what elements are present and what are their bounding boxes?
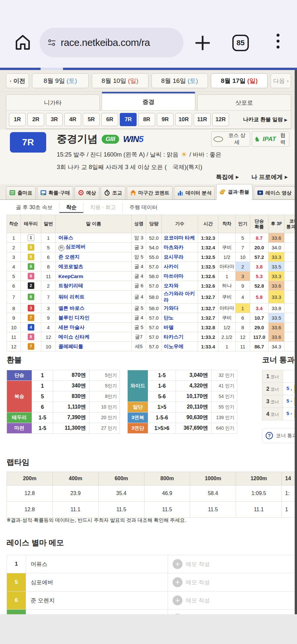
new-tab-icon[interactable] xyxy=(194,34,211,52)
tab-data-analysis[interactable]: 데이터 분석 xyxy=(174,186,215,199)
horse-name-link[interactable]: 머퓨스 xyxy=(58,235,73,240)
add-memo-button[interactable]: +메모 작성 xyxy=(168,559,295,569)
horse-name-link[interactable]: KeepCarm xyxy=(58,273,83,279)
add-memo-button[interactable]: +메모 작성 xyxy=(168,595,295,605)
race-number-button[interactable]: 6R xyxy=(101,113,118,126)
result-row: 622트랑키리테굴 657.0오자와1:32.6하나952.833.6 xyxy=(7,281,295,291)
venue-tab[interactable]: 중경 xyxy=(102,92,195,110)
tab-forecast[interactable]: 예상 xyxy=(75,186,99,199)
tab-entry-table[interactable]: 출마표 xyxy=(6,186,36,199)
race-number-button[interactable]: 9R xyxy=(157,113,174,126)
payout-combination: 6 xyxy=(32,402,53,412)
jockey-link[interactable]: 단노 xyxy=(164,315,174,320)
race-number-button[interactable]: 4R xyxy=(64,113,81,126)
my-pro-link[interactable]: 나 프로에게▶ xyxy=(251,173,288,181)
ipat-button[interactable]: ♞ IPAT 협력 xyxy=(252,131,289,147)
url-bar[interactable]: race.netkeiba.com/ra xyxy=(40,28,183,57)
jockey-link[interactable]: 사카이 xyxy=(164,264,179,269)
course-detail-button[interactable]: 코스 상세 xyxy=(211,131,250,147)
date-dow: (일) xyxy=(247,77,258,85)
payout-amount: 870엔 xyxy=(53,370,89,381)
jockey-link[interactable]: 요시무라 xyxy=(164,254,183,260)
jockey-link[interactable]: 마츠와카 xyxy=(164,244,183,250)
browser-menu-icon[interactable] xyxy=(277,34,280,49)
horse-name-link[interactable]: 준 오렌지 xyxy=(58,254,80,260)
jockey-cell: 사카이 xyxy=(162,262,198,271)
race-number-button[interactable]: 1R xyxy=(9,113,26,126)
tab-odds-purchase[interactable]: 확률·구매 xyxy=(37,186,73,199)
popularity: 1 xyxy=(236,304,250,313)
payout-row: 말단1>520,110엔55 인기 xyxy=(128,402,237,412)
horse-name-link[interactable]: 심포에버 xyxy=(66,244,85,249)
finish-position: 7 xyxy=(7,291,21,304)
jockey-link[interactable]: 이노우에 xyxy=(164,343,183,349)
home-icon[interactable] xyxy=(14,32,32,52)
venue-tab[interactable]: 삿포로 xyxy=(197,94,291,110)
horse-name-link[interactable]: 세븐 마술사 xyxy=(58,324,84,330)
page-edge-strip xyxy=(295,70,297,614)
special-feature-link[interactable]: 특집에▶ xyxy=(216,173,239,181)
memo-horse-name: 머퓨스 xyxy=(26,555,168,573)
horse-name-link[interactable]: 콜레페티톨 xyxy=(58,343,83,349)
ipat-brand: IPAT xyxy=(263,135,276,143)
corner-order-cell xyxy=(284,252,295,262)
subtab[interactable]: 착순 xyxy=(59,202,83,213)
race-number-button[interactable]: 8R xyxy=(138,113,155,126)
sun-icon: ☀ xyxy=(181,151,187,159)
date-button[interactable]: 8월 9일(토) xyxy=(32,73,89,88)
frame-number: 2 xyxy=(28,282,34,289)
corner-order-cell xyxy=(284,291,295,304)
last-3f: 33.6 xyxy=(269,323,284,332)
tab-race-video[interactable]: 레이스 영상 xyxy=(254,186,295,199)
tab-result-refund[interactable]: 결과·환불 xyxy=(216,184,252,200)
result-refund-icon xyxy=(219,189,226,196)
tab-count-button[interactable]: 85 xyxy=(232,35,249,51)
horse-name-link[interactable]: 블루민 디자인 xyxy=(58,315,89,320)
carried-weight: 54.0 xyxy=(146,243,162,252)
date-button[interactable]: 8월 16일(토) xyxy=(151,73,208,88)
date-button[interactable]: 8월 17일(일) xyxy=(211,73,268,88)
race-number-button[interactable]: 7R xyxy=(120,113,137,126)
prev-day-button[interactable]: ‹ 이전 xyxy=(6,73,29,88)
header-links: 특집에▶ 나 프로에게▶ xyxy=(216,173,288,181)
corner-label: 2코너 xyxy=(262,383,283,395)
jockey-link[interactable]: 스가와라 아키라 xyxy=(164,291,195,303)
horse-name-link[interactable]: 에코로발츠 xyxy=(58,264,83,269)
jockey-link[interactable]: 바델 xyxy=(164,324,174,330)
refund-list-link[interactable]: 나카쿄 환불 일람 ▶ xyxy=(243,116,288,123)
horse-name-link[interactable]: 트랑키리테 xyxy=(58,283,83,288)
date-button[interactable]: 8월 10일(일) xyxy=(92,73,148,88)
jockey-link[interactable]: 가와다 xyxy=(164,305,179,311)
jockey-link[interactable]: 마쓰야마 xyxy=(164,273,183,279)
horse-name-link[interactable]: 워터 리히트 xyxy=(58,294,84,300)
race-number-button[interactable]: 11R xyxy=(194,113,211,126)
race-number-button[interactable]: 2R xyxy=(27,113,44,126)
subtab[interactable]: 주행 데이터 xyxy=(123,202,164,213)
result-row: 11812메이쇼 신타케굴757.0타카스기1:33.22.1/212117.0… xyxy=(7,332,295,342)
race-number-button[interactable]: 5R xyxy=(83,113,100,126)
add-memo-button[interactable]: +메모 작성 xyxy=(168,577,295,587)
site-settings-icon xyxy=(48,38,56,47)
finish-position: 5 xyxy=(7,271,21,281)
horse-number: 5 xyxy=(41,243,56,252)
tab-training[interactable]: 조교 xyxy=(101,186,125,199)
horse-name-link[interactable]: 엘튼 바로스 xyxy=(58,305,84,311)
jockey-link[interactable]: 타카스기 xyxy=(164,334,183,340)
venue-tab[interactable]: 니가타 xyxy=(6,94,100,110)
jockey-link[interactable]: 오자와 xyxy=(164,283,179,288)
race-number-button[interactable]: 3R xyxy=(46,113,63,126)
race-number-button[interactable]: 12R xyxy=(212,113,229,126)
race-number-button[interactable]: 10R xyxy=(175,113,192,126)
laptime-header-row: 200m400m600m800m1000m1200m14 xyxy=(7,472,295,485)
horse-number: 1 xyxy=(41,233,56,243)
jockey-link[interactable]: 요코야마 타케 xyxy=(164,235,195,240)
corner-help-button[interactable]: ? 코너 통과 순 xyxy=(262,428,297,443)
next-day-button[interactable]: 다음 › xyxy=(271,73,291,88)
subtab[interactable]: 골 후 30초 속보 xyxy=(9,202,59,213)
tab-stable-comment[interactable]: 마구간 코멘트 xyxy=(127,186,173,199)
payout-row: 단승1870엔5인기 xyxy=(7,370,120,381)
horse-name-link[interactable]: 메이쇼 신타케 xyxy=(58,334,89,340)
frame-cell: 5 xyxy=(21,252,41,262)
payout-table-right: 와이드1-53,040엔32 인기1-64,320엔41 인기5-610,170… xyxy=(127,370,237,434)
subtab[interactable]: 치평 · 회고 xyxy=(83,202,123,213)
